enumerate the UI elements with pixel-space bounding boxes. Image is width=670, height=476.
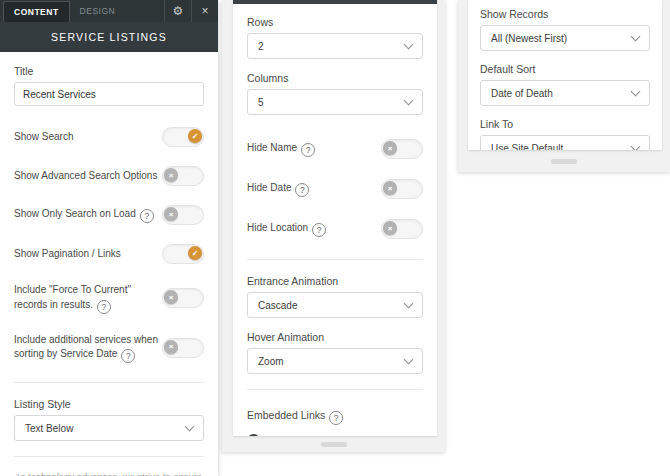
chevron-down-icon [404, 299, 414, 309]
force-to-current-toggle[interactable] [162, 288, 204, 308]
toggle-label: Show Only Search on Load [14, 207, 154, 223]
link-to-value: Use Site Default [491, 143, 563, 151]
panel-footer [458, 150, 670, 172]
show-records-label: Show Records [480, 8, 650, 20]
hide-location-toggle[interactable] [381, 219, 423, 239]
gear-icon: ⚙ [173, 4, 184, 18]
chevron-down-icon [631, 142, 641, 150]
divider [247, 389, 423, 390]
panel-tabbar: CONTENT DESIGN ⚙ × [0, 0, 218, 22]
show-only-search-toggle[interactable] [162, 205, 204, 225]
toggle-label: Hide Date [247, 181, 309, 197]
panel-title: SERVICE LISTINGS [0, 22, 218, 52]
hover-animation-value: Zoom [258, 356, 284, 367]
entrance-animation-value: Cascade [258, 300, 297, 311]
listing-style-label: Listing Style [14, 398, 204, 410]
show-pagination-toggle[interactable] [162, 244, 204, 264]
show-search-toggle[interactable] [162, 127, 204, 147]
listing-style-select[interactable]: Text Below [14, 415, 204, 441]
embedded-links-label: Embedded Links [247, 409, 343, 421]
embedded-links-section: Embedded Links Add Item [247, 405, 423, 436]
drag-handle[interactable] [551, 159, 577, 164]
hover-animation-select[interactable]: Zoom [247, 348, 423, 374]
grid-settings-panel: Rows 2 Columns 5 Hide Name Hide Date [222, 0, 445, 452]
grid-settings-card: Rows 2 Columns 5 Hide Name Hide Date [233, 0, 437, 436]
service-listings-panel: CONTENT DESIGN ⚙ × SERVICE LISTINGS Titl… [0, 0, 218, 476]
hide-name-toggle[interactable] [381, 139, 423, 159]
toggle-label: Show Pagination / Links [14, 247, 121, 262]
records-settings-panel: Show Records All (Newest First) Default … [458, 0, 670, 172]
add-item-label: Add Item [266, 435, 307, 436]
columns-value: 5 [258, 97, 264, 108]
link-to-label: Link To [480, 118, 650, 130]
show-records-select[interactable]: All (Newest First) [480, 25, 650, 51]
toggle-label: Hide Name [247, 141, 315, 157]
columns-select[interactable]: 5 [247, 89, 423, 115]
chevron-down-icon [404, 355, 414, 365]
help-icon[interactable] [329, 411, 343, 425]
link-to-select[interactable]: Use Site Default [480, 135, 650, 150]
rows-select[interactable]: 2 [247, 33, 423, 59]
entrance-animation-select[interactable]: Cascade [247, 292, 423, 318]
title-field-label: Title [14, 65, 204, 77]
help-icon[interactable] [295, 183, 309, 197]
hide-location-row: Hide Location [247, 219, 423, 239]
additional-services-toggle[interactable] [162, 338, 204, 358]
entrance-animation-label: Entrance Animation [247, 275, 423, 287]
add-icon [247, 434, 260, 436]
hide-date-toggle[interactable] [381, 179, 423, 199]
chevron-down-icon [404, 40, 414, 50]
divider [14, 382, 204, 383]
force-to-current-row: Include "Force To Current" records in re… [14, 283, 204, 314]
divider [247, 259, 423, 260]
help-icon[interactable] [301, 143, 315, 157]
show-advanced-search-toggle[interactable] [162, 166, 204, 186]
additional-services-row: Include additional services when sorting… [14, 333, 204, 364]
close-button[interactable]: × [191, 0, 218, 22]
listing-style-value: Text Below [25, 423, 73, 434]
title-input[interactable] [14, 82, 204, 106]
show-advanced-search-row: Show Advanced Search Options [14, 166, 204, 186]
toggle-label: Hide Location [247, 221, 326, 237]
settings-button[interactable]: ⚙ [164, 0, 191, 22]
records-settings-card: Show Records All (Newest First) Default … [468, 0, 662, 150]
hide-date-row: Hide Date [247, 179, 423, 199]
show-records-value: All (Newest First) [491, 33, 567, 44]
toggle-label: Include additional services when sorting… [14, 333, 162, 364]
drag-handle[interactable] [321, 442, 347, 447]
divider [14, 456, 204, 457]
tab-content[interactable]: CONTENT [3, 1, 70, 22]
show-pagination-row: Show Pagination / Links [14, 244, 204, 264]
chevron-down-icon [404, 96, 414, 106]
chevron-down-icon [185, 422, 195, 432]
default-sort-select[interactable]: Date of Death [480, 80, 650, 106]
help-icon[interactable] [312, 223, 326, 237]
rows-label: Rows [247, 16, 423, 28]
chevron-down-icon [631, 87, 641, 97]
close-icon: × [201, 4, 208, 18]
toggle-label: Show Advanced Search Options [14, 169, 157, 184]
help-icon[interactable] [140, 209, 154, 223]
hide-name-row: Hide Name [247, 139, 423, 159]
help-icon[interactable] [121, 349, 135, 363]
rows-value: 2 [258, 41, 264, 52]
chevron-down-icon [631, 32, 641, 42]
columns-label: Columns [247, 72, 423, 84]
template-disclaimer: As technology advances, we strive to ens… [14, 470, 204, 476]
hover-animation-label: Hover Animation [247, 331, 423, 343]
show-search-row: Show Search [14, 127, 204, 147]
tab-design[interactable]: DESIGN [70, 0, 126, 22]
toggle-label: Show Search [14, 130, 73, 145]
help-icon[interactable] [97, 300, 111, 314]
default-sort-label: Default Sort [480, 63, 650, 75]
panel-footer [222, 436, 445, 452]
show-only-search-row: Show Only Search on Load [14, 205, 204, 225]
default-sort-value: Date of Death [491, 88, 553, 99]
toggle-label: Include "Force To Current" records in re… [14, 283, 162, 314]
